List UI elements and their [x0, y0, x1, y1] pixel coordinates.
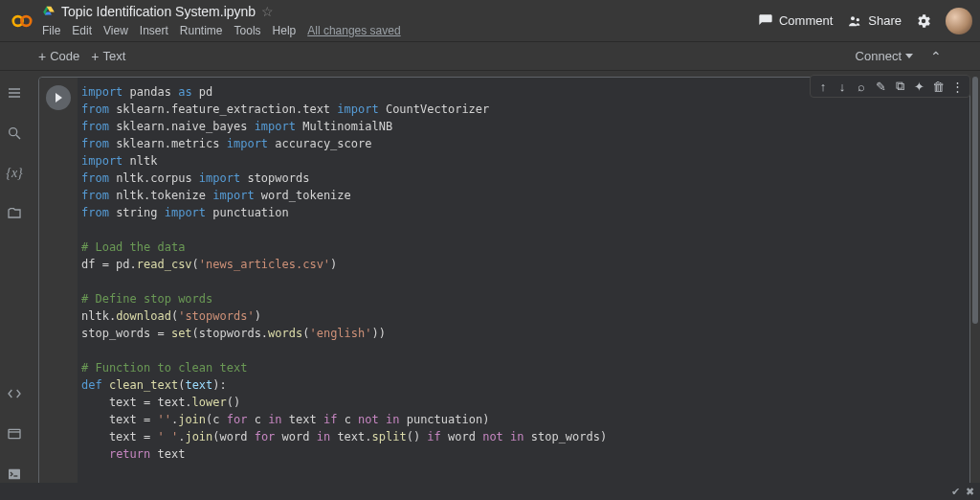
move-down-icon[interactable]: ↓: [834, 78, 851, 95]
svg-point-4: [10, 128, 17, 136]
settings-icon[interactable]: [915, 12, 932, 30]
terminal-icon[interactable]: [6, 466, 23, 483]
scrollbar-vertical[interactable]: [972, 77, 978, 324]
code-cell[interactable]: import pandas as pd from sklearn.feature…: [38, 77, 970, 483]
snippets-icon[interactable]: [6, 385, 23, 402]
add-code-button[interactable]: +Code: [38, 49, 79, 64]
left-nav: {x}: [0, 71, 29, 483]
menu-edit[interactable]: Edit: [72, 24, 92, 37]
save-status[interactable]: All changes saved: [307, 24, 400, 37]
menu-runtime[interactable]: Runtime: [180, 24, 223, 37]
run-cell-button[interactable]: [46, 85, 71, 110]
collapse-button[interactable]: ⌃: [930, 49, 942, 64]
svg-line-5: [16, 135, 20, 139]
files-icon[interactable]: [6, 205, 23, 222]
add-text-button[interactable]: +Text: [91, 49, 125, 64]
move-up-icon[interactable]: ↑: [814, 78, 832, 95]
menu-tools[interactable]: Tools: [234, 24, 261, 37]
error-icon[interactable]: ✖: [966, 486, 974, 498]
menu-help[interactable]: Help: [273, 24, 297, 37]
avatar[interactable]: [946, 8, 972, 34]
svg-rect-8: [9, 469, 20, 480]
play-icon: [56, 93, 62, 102]
edit-icon[interactable]: ✎: [872, 78, 889, 95]
cell-toolbar: ↑ ↓ ⌕ ✎ ⧉ ✦ 🗑 ⋮: [810, 75, 970, 98]
share-button[interactable]: Share: [846, 12, 902, 30]
delete-icon[interactable]: 🗑: [929, 78, 947, 95]
menu-file[interactable]: File: [42, 24, 60, 37]
footer: ✔ ✖: [0, 483, 980, 500]
caret-down-icon: [905, 54, 913, 58]
drive-icon: [42, 5, 56, 18]
notebook-main: ↑ ↓ ⌕ ✎ ⧉ ✦ 🗑 ⋮ import pandas as pd from…: [29, 71, 980, 483]
header-bar: Topic Identification System.ipynb ☆ File…: [0, 0, 980, 42]
menu-bar: File Edit View Insert Runtime Tools Help…: [42, 21, 401, 40]
svg-point-3: [857, 18, 859, 21]
comment-icon: [757, 12, 774, 30]
comment-button[interactable]: Comment: [757, 12, 833, 30]
star-icon[interactable]: ☆: [261, 4, 274, 19]
svg-point-2: [851, 16, 855, 20]
toc-icon[interactable]: [6, 84, 23, 102]
toolbar: +Code +Text Connect ⌃: [0, 42, 980, 71]
share-icon: [846, 12, 863, 30]
connect-button[interactable]: Connect: [848, 46, 921, 66]
more-icon[interactable]: ⋮: [948, 78, 966, 95]
svg-rect-6: [9, 429, 20, 438]
doc-title[interactable]: Topic Identification System.ipynb: [61, 4, 256, 19]
find-icon[interactable]: [6, 125, 23, 142]
colab-logo[interactable]: [8, 7, 36, 35]
gear-icon[interactable]: ✦: [910, 78, 927, 95]
code-editor[interactable]: import pandas as pd from sklearn.feature…: [78, 78, 969, 483]
menu-view[interactable]: View: [103, 24, 128, 37]
commands-icon[interactable]: [6, 425, 23, 443]
variables-icon[interactable]: {x}: [6, 165, 23, 182]
menu-insert[interactable]: Insert: [140, 24, 168, 37]
completed-icon[interactable]: ✔: [951, 486, 960, 498]
mirror-icon[interactable]: ⧉: [891, 78, 908, 95]
link-icon[interactable]: ⌕: [853, 78, 870, 95]
